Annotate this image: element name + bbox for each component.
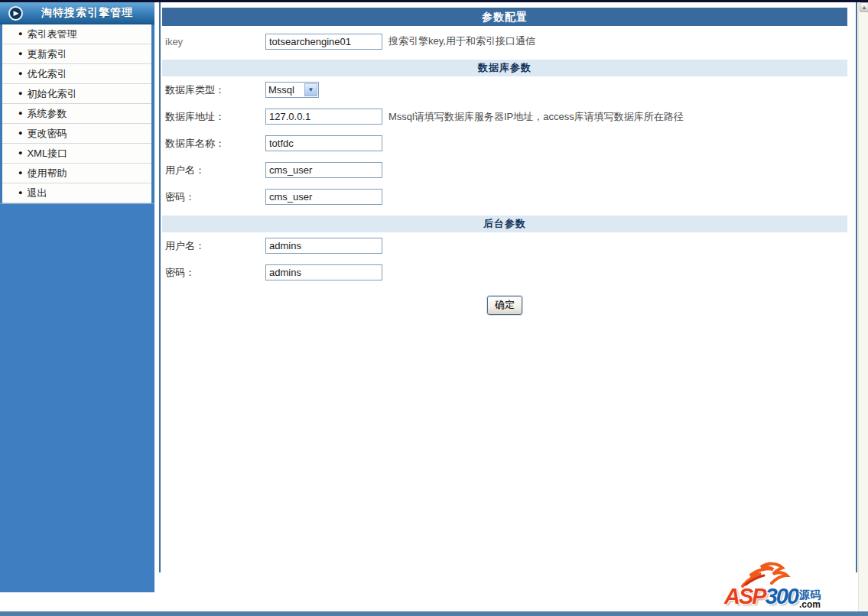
db-name-input[interactable] [265, 135, 382, 151]
vertical-scrollbar[interactable]: ▲ [858, 2, 868, 611]
scroll-up-icon[interactable]: ▲ [860, 2, 868, 12]
admin-username-label: 用户名： [162, 239, 265, 253]
db-password-label: 密码： [162, 190, 265, 204]
asp300-logo-text: ASP300源码.com [724, 584, 821, 609]
logo-300: 300 [766, 584, 798, 608]
bullet-icon: ● [18, 170, 22, 177]
asp300-watermark: ASP300源码.com [724, 565, 848, 609]
db-username-row: 用户名： [162, 157, 847, 183]
sidebar-item-label: 索引表管理 [27, 24, 76, 44]
sidebar-menu: ● 索引表管理 ● 更新索引 ● 优化索引 ● 初始化索引 ● 系统参数 ● 更… [0, 24, 154, 203]
db-type-select-wrap: Mssql ▼ [265, 82, 319, 98]
sidebar-item-label: 使用帮助 [27, 164, 67, 183]
logo-com: .com [799, 600, 821, 609]
admin-password-label: 密码： [162, 266, 265, 280]
ikey-hint: 搜索引擎key,用于和索引接口通信 [388, 34, 535, 48]
db-password-input[interactable] [265, 189, 382, 205]
logo-asp: ASP [724, 584, 766, 608]
main-panel: 参数配置 ikey 搜索引擎key,用于和索引接口通信 数据库参数 数据库类型：… [159, 2, 857, 572]
bullet-icon: ● [18, 130, 22, 137]
db-type-row: 数据库类型： Mssql ▼ [162, 76, 847, 103]
db-name-label: 数据库名称： [162, 137, 265, 151]
play-icon-glyph: ▶ [14, 10, 19, 17]
app-title: 淘特搜索引擎管理 [41, 6, 133, 20]
submit-row: 确定 [162, 296, 847, 316]
sidebar-item-exit[interactable]: ● 退出 [2, 183, 151, 203]
ikey-label: ikey [162, 36, 265, 47]
sidebar-item-index-tables[interactable]: ● 索引表管理 [2, 24, 151, 44]
db-username-input[interactable] [265, 162, 382, 178]
sidebar-item-xml-api[interactable]: ● XML接口 [2, 144, 151, 164]
db-address-row: 数据库地址： Mssql请填写数据库服务器IP地址，access库请填写数据库所… [162, 103, 847, 130]
sidebar-item-label: 优化索引 [27, 64, 67, 83]
ikey-row: ikey 搜索引擎key,用于和索引接口通信 [162, 26, 847, 57]
sidebar-item-init-index[interactable]: ● 初始化索引 [2, 84, 151, 104]
ikey-input[interactable] [265, 34, 382, 50]
admin-username-input[interactable] [265, 238, 382, 254]
sidebar-item-label: 系统参数 [27, 104, 67, 123]
sidebar: ▶ 淘特搜索引擎管理 ● 索引表管理 ● 更新索引 ● 优化索引 ● 初始化索引… [0, 2, 154, 592]
db-username-label: 用户名： [162, 164, 265, 177]
sidebar-filler [0, 203, 154, 592]
sidebar-item-label: 更改密码 [27, 124, 67, 143]
bottom-bar [0, 611, 868, 616]
bullet-icon: ● [18, 190, 22, 196]
sidebar-item-update-index[interactable]: ● 更新索引 [2, 44, 151, 64]
sidebar-item-system-params[interactable]: ● 系统参数 [2, 104, 151, 124]
admin-page: ▶ 淘特搜索引擎管理 ● 索引表管理 ● 更新索引 ● 优化索引 ● 初始化索引… [0, 0, 868, 616]
sidebar-item-optimize-index[interactable]: ● 优化索引 [2, 64, 151, 84]
confirm-button[interactable]: 确定 [487, 296, 522, 315]
sidebar-item-label: 更新索引 [27, 44, 67, 63]
sidebar-item-label: XML接口 [27, 144, 67, 163]
admin-username-row: 用户名： [162, 232, 847, 259]
db-address-input[interactable] [265, 109, 382, 125]
bullet-icon: ● [18, 150, 22, 157]
db-address-label: 数据库地址： [162, 110, 265, 124]
bullet-icon: ● [18, 31, 22, 37]
sidebar-item-change-password[interactable]: ● 更改密码 [2, 124, 151, 144]
bullet-icon: ● [18, 50, 22, 57]
sidebar-item-help[interactable]: ● 使用帮助 [2, 164, 151, 183]
sidebar-item-label: 退出 [27, 183, 47, 203]
db-type-label: 数据库类型： [162, 83, 265, 97]
logo-yuanma: 源码 [799, 589, 821, 600]
db-type-select[interactable]: Mssql [266, 83, 318, 97]
db-password-row: 密码： [162, 183, 847, 210]
db-name-row: 数据库名称： [162, 130, 847, 157]
bullet-icon: ● [18, 70, 22, 77]
sidebar-header: ▶ 淘特搜索引擎管理 [0, 2, 154, 24]
admin-password-row: 密码： [162, 259, 847, 286]
play-icon: ▶ [8, 6, 23, 21]
admin-section-header: 后台参数 [162, 216, 847, 232]
db-address-hint: Mssql请填写数据库服务器IP地址，access库请填写数据库所在路径 [388, 110, 684, 124]
bullet-icon: ● [18, 110, 22, 117]
db-section-header: 数据库参数 [162, 60, 847, 76]
bullet-icon: ● [18, 90, 22, 97]
sidebar-item-label: 初始化索引 [27, 84, 76, 103]
page-title: 参数配置 [162, 8, 847, 26]
admin-password-input[interactable] [265, 264, 382, 280]
